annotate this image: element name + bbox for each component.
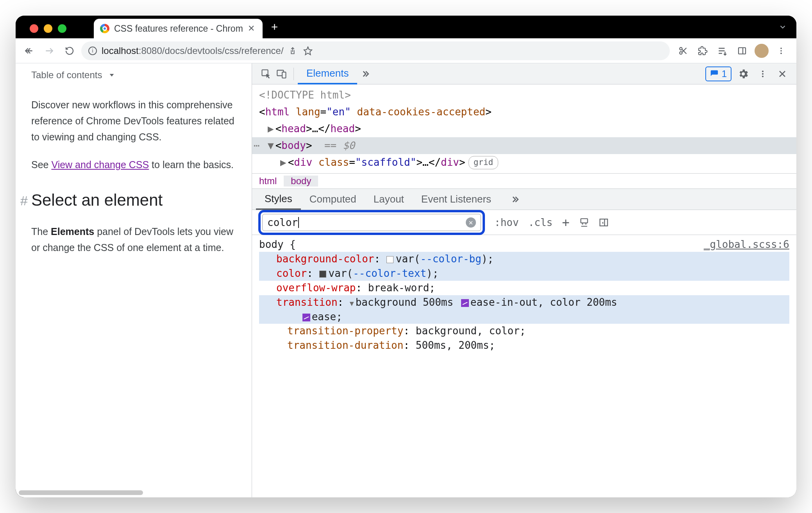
issues-icon (710, 70, 719, 78)
site-info-icon[interactable]: i (88, 47, 97, 55)
copy-styles-button[interactable] (579, 217, 589, 228)
breadcrumb: html body (252, 173, 796, 189)
side-panel-icon[interactable] (734, 43, 750, 59)
close-tab-button[interactable]: ✕ (248, 23, 255, 34)
issues-button[interactable]: 1 (705, 66, 732, 81)
issues-count: 1 (722, 68, 727, 79)
doctype: <!DOCTYPE html> (259, 89, 351, 101)
settings-button[interactable] (735, 66, 751, 82)
easing-editor-icon[interactable] (461, 299, 469, 307)
tab-styles[interactable]: Styles (256, 189, 301, 210)
more-subtabs-button[interactable] (507, 192, 522, 207)
browser-menu-button[interactable] (773, 43, 789, 59)
new-style-rule-button[interactable]: + (562, 215, 569, 230)
svg-point-21 (762, 73, 764, 74)
inspect-element-button[interactable] (258, 66, 274, 82)
expand-head-icon[interactable]: ▶ (268, 121, 274, 136)
expand-div-icon[interactable]: ▶ (280, 155, 286, 170)
collapse-body-icon[interactable]: ▼ (268, 138, 274, 153)
filter-highlight: color ✕ (258, 210, 485, 235)
crumb-body[interactable]: body (284, 176, 318, 187)
url-port: :8080 (139, 45, 162, 56)
url-host: localhost (102, 45, 139, 56)
extensions-icon[interactable] (695, 43, 711, 59)
prop-transition-duration[interactable]: transition-duration: 500ms, 200ms; (259, 338, 789, 353)
svg-point-13 (780, 47, 782, 49)
color-swatch-icon[interactable] (386, 256, 393, 263)
tab-active[interactable]: CSS features reference - Chrom ✕ (94, 19, 263, 38)
toolbar-actions (673, 43, 792, 59)
forward-button[interactable] (41, 42, 58, 59)
clear-filter-button[interactable]: ✕ (466, 217, 476, 228)
address-bar[interactable]: i localhost:8080/docs/devtools/css/refer… (81, 41, 670, 60)
more-tabs-button[interactable] (357, 66, 373, 82)
scissors-icon[interactable] (675, 43, 692, 59)
tab-strip: CSS features reference - Chrom ✕ + (16, 16, 796, 38)
css-selector: body { (259, 237, 296, 252)
bookmark-button[interactable] (303, 46, 313, 56)
svg-rect-25 (581, 219, 587, 223)
tabs-dropdown-button[interactable] (778, 23, 787, 31)
filter-value: color (267, 217, 298, 228)
toc-toggle[interactable]: Table of contents (31, 67, 236, 83)
svg-rect-26 (600, 219, 608, 226)
toc-label: Table of contents (31, 67, 102, 83)
tab-elements[interactable]: Elements (298, 63, 357, 84)
tab-event-listeners[interactable]: Event Listeners (413, 189, 500, 210)
prop-overflow-wrap[interactable]: overflow-wrap: break-word; (259, 281, 789, 295)
crumb-html[interactable]: html (252, 176, 284, 187)
styles-subtabs: Styles Computed Layout Event Listeners (252, 189, 796, 210)
computed-panel-button[interactable] (599, 217, 609, 228)
hover-states-button[interactable]: :hov (494, 217, 519, 228)
content-area: Table of contents Discover new workflows… (16, 63, 796, 497)
back-button[interactable] (20, 42, 38, 59)
browser-window: CSS features reference - Chrom ✕ + i loc… (16, 16, 796, 497)
share-button[interactable] (288, 47, 297, 55)
devtools-panel: Elements 1 <!DOCTYPE html> <html lang="e… (252, 63, 796, 497)
elements-paragraph: The Elements panel of DevTools lets you … (31, 224, 236, 256)
svg-rect-11 (739, 48, 746, 54)
reload-button[interactable] (61, 42, 78, 59)
chevron-down-icon (108, 72, 115, 79)
see-also-paragraph: See View and change CSS to learn the bas… (31, 157, 236, 173)
dom-tree[interactable]: <!DOCTYPE html> <html lang="en" data-coo… (252, 84, 796, 173)
new-tab-button[interactable]: + (263, 16, 287, 38)
styles-pane[interactable]: body { _global.scss:6 background-color: … (252, 235, 796, 497)
toolbar: i localhost:8080/docs/devtools/css/refer… (16, 38, 796, 63)
view-change-css-link[interactable]: View and change CSS (51, 159, 149, 170)
window-controls (30, 24, 66, 33)
maximize-window-button[interactable] (58, 24, 66, 33)
device-toolbar-button[interactable] (274, 66, 290, 82)
svg-rect-19 (282, 72, 286, 78)
prop-background-color[interactable]: background-color: var(--color-bg); (259, 252, 789, 266)
minimize-window-button[interactable] (44, 24, 52, 33)
prop-transition-property[interactable]: transition-property: background, color; (259, 324, 789, 338)
close-devtools-button[interactable] (774, 66, 790, 82)
tab-title: CSS features reference - Chrom (114, 23, 243, 34)
tab-computed[interactable]: Computed (301, 189, 365, 210)
prop-color[interactable]: color: var(--color-text); (259, 266, 789, 281)
source-link[interactable]: _global.scss:6 (704, 237, 789, 252)
color-swatch-icon[interactable] (319, 271, 326, 278)
devtools-menu-button[interactable] (755, 66, 771, 82)
devtools-toolbar: Elements 1 (252, 63, 796, 84)
styles-filter-row: color ✕ :hov .cls + (252, 210, 796, 235)
chrome-favicon-icon (100, 24, 109, 33)
profile-avatar[interactable] (753, 43, 770, 59)
selected-element-body[interactable]: ⋯▼<body> == $0 (252, 137, 796, 154)
select-element-heading: Select an element (31, 187, 236, 213)
tab-layout[interactable]: Layout (365, 189, 413, 210)
grid-badge[interactable]: grid (469, 156, 499, 169)
close-window-button[interactable] (30, 24, 38, 33)
easing-editor-icon[interactable] (302, 314, 310, 321)
rendered-page: Table of contents Discover new workflows… (16, 63, 252, 497)
prop-transition[interactable]: transition: ▼background 500ms ease-in-ou… (259, 295, 789, 324)
svg-point-20 (762, 70, 764, 72)
horizontal-scrollbar[interactable] (19, 490, 143, 495)
svg-point-15 (780, 52, 782, 54)
svg-point-22 (762, 75, 764, 77)
reading-list-icon[interactable] (714, 43, 731, 59)
styles-filter-input[interactable]: color ✕ (262, 214, 481, 231)
svg-point-14 (780, 50, 782, 52)
element-classes-button[interactable]: .cls (528, 217, 553, 228)
